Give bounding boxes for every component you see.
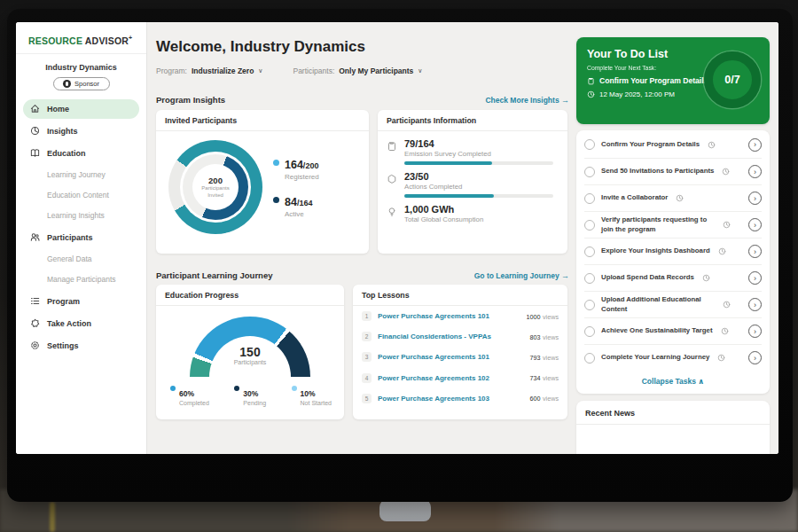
sidebar-item-program[interactable]: Program (23, 292, 139, 311)
sidebar-item-education[interactable]: Education (23, 144, 139, 163)
take-action-icon (30, 318, 40, 328)
task-go-button[interactable]: › (748, 325, 762, 338)
task-checkbox[interactable] (584, 246, 595, 257)
todo-progress-value: 0/7 (724, 74, 739, 86)
task-go-button[interactable]: › (748, 351, 762, 364)
task-row: Complete Your Learning Journey › (584, 344, 762, 371)
learning-journey-header: Participant Learning Journey Go to Learn… (156, 270, 569, 280)
sidebar-item-general-data[interactable]: General Data (23, 250, 139, 269)
task-checkbox[interactable] (584, 326, 595, 337)
task-row: Invite a Collaborator › (584, 184, 762, 211)
task-label: Explore Your Insights Dashboard (601, 246, 710, 256)
lesson-link[interactable]: Power Purchase Agreements 103 (378, 395, 524, 403)
lesson-link[interactable]: Power Purchase Agreements 102 (378, 374, 524, 382)
task-go-button[interactable]: › (748, 165, 762, 178)
sidebar-item-take-action[interactable]: Take Action (23, 314, 139, 333)
screen: RESOURCE ADVISOR+ Industry Dynamics Spon… (16, 22, 778, 454)
task-checkbox[interactable] (584, 300, 595, 310)
task-checkbox[interactable] (584, 139, 595, 150)
task-go-button[interactable]: › (748, 298, 762, 311)
section-title: Participant Learning Journey (156, 270, 272, 280)
todo-datetime: 12 May 2025, 12:00 PM (599, 90, 675, 98)
sidebar-item-learning-journey[interactable]: Learning Journey (23, 166, 139, 184)
link-label: Check More Insights (485, 96, 559, 105)
card-title: Education Progress (156, 285, 344, 306)
logo-resource: RESOURCE (28, 35, 82, 46)
invited-participants-card: Invited Participants 200 Participants In… (156, 110, 369, 254)
clipboard-icon (387, 141, 397, 152)
task-checkbox[interactable] (584, 353, 595, 364)
task-checkbox[interactable] (584, 167, 595, 177)
task-label: Confirm Your Program Details (601, 140, 700, 150)
task-go-button[interactable]: › (748, 271, 762, 285)
sidebar-item-settings[interactable]: Settings (23, 336, 139, 356)
page-title: Welcome, Industry Dynamics (156, 38, 365, 56)
education-icon (30, 148, 40, 158)
lesson-link[interactable]: Power Purchase Agreements 101 (378, 312, 520, 320)
lesson-views: 1000 (527, 313, 541, 321)
chevron-right-icon: › (754, 274, 756, 283)
stat-value: 79/164 (404, 138, 557, 149)
chevron-right-icon: › (754, 301, 756, 309)
participants-select[interactable]: Participants: Only My Participants ∨ (293, 66, 422, 75)
task-row: Verify participants requesting to join t… (584, 211, 762, 238)
task-go-button[interactable]: › (748, 245, 762, 258)
stat-label: Total Global Consumption (404, 215, 557, 223)
sidebar-item-participants[interactable]: Participants (23, 228, 139, 247)
task-checkbox[interactable] (584, 273, 595, 284)
task-go-button[interactable]: › (748, 138, 762, 152)
lesson-rank: 4 (362, 373, 372, 383)
arrow-right-icon: → (561, 271, 569, 280)
stat-actions-completed: 23/50 Actions Completed (387, 171, 557, 198)
task-label: Send 50 Invitations to Participants (601, 167, 714, 176)
program-value: Industrialize Zero (192, 66, 254, 75)
views-label: views (543, 333, 559, 341)
lesson-row: 5 Power Purchase Agreements 103 600 view… (353, 388, 567, 409)
views-label: views (543, 395, 559, 403)
legend-dot (292, 386, 297, 391)
sidebar-item-label: Home (47, 105, 69, 113)
chevron-right-icon: › (754, 327, 756, 336)
task-row: Explore Your Insights Dashboard › (584, 238, 762, 264)
donut-legend: 164/200Registered 84/164Active (273, 156, 319, 218)
sidebar-item-insights[interactable]: Insights (23, 121, 139, 141)
clock-icon (723, 301, 731, 309)
donut-center-label: Participants Invited (196, 185, 235, 200)
clock-icon (676, 194, 684, 202)
donut-center: 200 Participants Invited (192, 164, 239, 210)
lesson-row: 2 Financial Considerations - VPPAs 803 v… (353, 326, 567, 347)
recent-news-card: Recent News (576, 401, 770, 454)
participants-information-card: Participants Information 79/164 Emission… (378, 110, 567, 254)
task-checkbox[interactable] (584, 220, 595, 231)
lesson-views: 734 (530, 374, 541, 382)
views-label: views (543, 374, 559, 382)
card-title: Top Lessons (353, 285, 567, 306)
program-select[interactable]: Program: Industrialize Zero ∨ (156, 66, 262, 75)
go-to-learning-journey-link[interactable]: Go to Learning Journey → (474, 271, 569, 280)
task-row: Confirm Your Program Details › (584, 131, 762, 158)
check-more-insights-link[interactable]: Check More Insights → (485, 96, 569, 105)
task-go-button[interactable]: › (748, 218, 762, 231)
stat-global-consumption: 1,000 GWh Total Global Consumption (387, 204, 557, 227)
sidebar-item-learning-insights[interactable]: Learning Insights (23, 207, 139, 225)
sidebar-item-home[interactable]: Home (23, 99, 139, 119)
lightbulb-icon (387, 207, 397, 217)
logo-plus: + (129, 35, 132, 41)
clock-icon (708, 141, 716, 149)
chevron-up-icon: ∧ (698, 377, 704, 386)
task-go-button[interactable]: › (748, 192, 762, 205)
task-row: Upload Additional Educational Content › (584, 291, 762, 317)
task-checkbox[interactable] (584, 193, 595, 204)
task-label: Upload Additional Educational Content (601, 295, 715, 314)
lesson-link[interactable]: Financial Considerations - VPPAs (378, 332, 524, 340)
chevron-right-icon: › (754, 168, 756, 176)
sidebar-item-label: General Data (47, 254, 92, 263)
sidebar-item-education-content[interactable]: Education Content (23, 186, 139, 205)
lesson-link[interactable]: Power Purchase Agreements 101 (378, 353, 524, 361)
sidebar: RESOURCE ADVISOR+ Industry Dynamics Spon… (16, 22, 147, 454)
sidebar-item-label: Insights (47, 127, 78, 136)
lesson-rank: 3 (362, 352, 372, 362)
chevron-right-icon: › (754, 194, 756, 203)
collapse-tasks-link[interactable]: Collapse Tasks ∧ (584, 371, 762, 390)
sidebar-item-manage-participants[interactable]: Manage Participants (23, 270, 139, 289)
